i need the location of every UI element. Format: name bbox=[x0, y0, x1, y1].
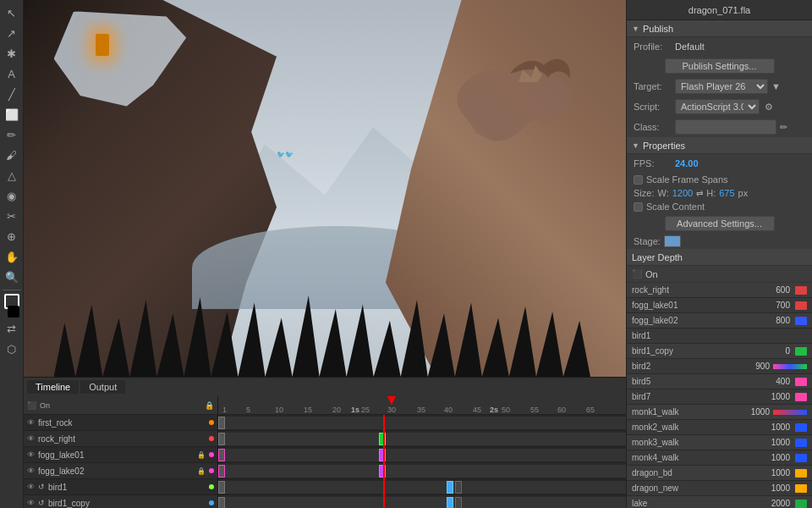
ld-color-dot bbox=[795, 439, 807, 447]
tool-fill-color[interactable] bbox=[8, 306, 19, 318]
tool-text[interactable]: A bbox=[3, 64, 21, 83]
keyframe-rock-right-start[interactable] bbox=[218, 433, 225, 445]
layer-color-rock-right bbox=[209, 436, 214, 441]
layer-visibility-icon[interactable]: 👁 bbox=[27, 483, 35, 491]
frame-mark-5: 5 bbox=[246, 406, 250, 414]
ld-name: dragon_new bbox=[632, 483, 754, 493]
tool-ink[interactable]: △ bbox=[3, 166, 21, 185]
tool-free-transform[interactable]: ✱ bbox=[3, 44, 21, 63]
frame-mark-20: 20 bbox=[332, 406, 341, 414]
layer-lock-fogg-lake02[interactable]: 🔒 bbox=[197, 467, 206, 475]
layer-name-fogg-lake02: fogg_lake02 bbox=[38, 467, 194, 476]
scale-content-label: Scale Content bbox=[646, 202, 705, 212]
keyframe-bird1-after[interactable] bbox=[455, 481, 462, 494]
keyframe-fogg-lake01-start[interactable] bbox=[218, 449, 225, 461]
tool-brush[interactable]: 🖌 bbox=[3, 146, 21, 164]
height-value[interactable]: 675 bbox=[719, 188, 734, 198]
frame-mark-60: 60 bbox=[557, 406, 566, 414]
ld-name: monk2_walk bbox=[632, 422, 754, 432]
ld-value: 1000 bbox=[758, 453, 790, 462]
layer-visibility-icon[interactable]: 👁 bbox=[27, 467, 35, 475]
ld-row-monk3-walk: monk3_walk 1000 bbox=[627, 435, 812, 450]
size-swap-icon[interactable]: ⇄ bbox=[696, 189, 703, 198]
layer-lock-fogg-lake01[interactable]: 🔒 bbox=[197, 451, 206, 459]
layer-color-fogg-lake02 bbox=[209, 468, 214, 473]
frame-row-first-rock bbox=[218, 415, 626, 431]
script-select[interactable]: ActionScript 3.0 bbox=[675, 99, 760, 114]
target-select[interactable]: Flash Player 26 bbox=[675, 79, 768, 94]
ld-row-monk1-walk: monk1_walk 1000 bbox=[627, 405, 812, 420]
tool-eraser[interactable]: ⊕ bbox=[3, 227, 21, 246]
ld-name: rock_right bbox=[632, 285, 754, 295]
tool-pencil[interactable]: ✏ bbox=[3, 125, 21, 144]
layer-visibility-icon[interactable]: 👁 bbox=[27, 450, 35, 459]
tool-swap[interactable]: ⇄ bbox=[3, 319, 21, 338]
fps-value[interactable]: 24.00 bbox=[675, 158, 699, 168]
ld-color-dot bbox=[795, 378, 807, 386]
keyframe-rock-right-mid[interactable] bbox=[379, 433, 386, 445]
ld-color-dot bbox=[795, 286, 807, 295]
tool-subselect[interactable]: ↗ bbox=[3, 24, 21, 42]
tool-zoom[interactable]: 🔍 bbox=[3, 268, 21, 286]
layer-row: 👁 first_rock bbox=[24, 415, 217, 431]
frame-mark-2s: 2s bbox=[490, 406, 498, 414]
layer-depth-panel: Layer Depth ⬛ On rock_right 600 fogg_lak… bbox=[627, 249, 812, 508]
ld-toggle-label[interactable]: On bbox=[645, 269, 658, 279]
class-edit-icon[interactable]: ✏ bbox=[780, 122, 787, 133]
frame-block-fogg-lake01 bbox=[218, 449, 626, 461]
tool-line[interactable]: ╱ bbox=[3, 85, 21, 103]
advanced-settings-btn[interactable]: Advanced Settings... bbox=[665, 216, 775, 231]
frame-mark-1: 1 bbox=[222, 406, 227, 414]
stage-color-swatch[interactable] bbox=[664, 235, 681, 247]
layer-color-first-rock bbox=[209, 420, 214, 425]
keyframe-first-rock[interactable] bbox=[218, 417, 225, 429]
layer-row: 👁 fogg_lake01 🔒 bbox=[24, 447, 217, 463]
tab-output[interactable]: Output bbox=[80, 380, 125, 394]
keyframe-fogg-lake01-mid[interactable] bbox=[379, 449, 386, 461]
ld-color-dot bbox=[795, 393, 807, 401]
layer-visibility-icon[interactable]: 👁 bbox=[27, 499, 35, 507]
tool-select[interactable]: ↖ bbox=[3, 3, 21, 22]
layer-name-fogg-lake01: fogg_lake01 bbox=[38, 450, 194, 460]
width-value[interactable]: 1200 bbox=[672, 188, 693, 198]
tool-paint-bucket[interactable]: ◉ bbox=[3, 186, 21, 205]
lantern bbox=[96, 34, 109, 56]
left-toolbar: ↖ ↗ ✱ A ╱ ⬜ ✏ 🖌 △ ◉ ✂ ⊕ ✋ 🔍 ⇄ ⬡ bbox=[0, 0, 24, 508]
properties-body: FPS: 24.00 Scale Frame Spans Size: W: 12… bbox=[627, 154, 812, 249]
scene: 🐦🐦 bbox=[24, 0, 626, 377]
publish-settings-btn[interactable]: Publish Settings... bbox=[665, 58, 775, 74]
tool-eyedropper[interactable]: ✂ bbox=[3, 207, 21, 225]
profile-value: Default bbox=[675, 41, 705, 52]
layer-visibility-icon[interactable]: 👁 bbox=[27, 434, 35, 443]
class-input[interactable] bbox=[675, 119, 776, 135]
ld-name: lake bbox=[632, 499, 754, 508]
properties-label: Properties bbox=[643, 141, 685, 151]
scale-frame-spans-checkbox[interactable] bbox=[634, 175, 643, 185]
tool-rectangle[interactable]: ⬜ bbox=[3, 105, 21, 124]
timeline-content: ⬛ On 🔒 👁 first_rock 👁 rock_right bbox=[24, 396, 626, 508]
keyframe-fogg-lake02-start[interactable] bbox=[218, 465, 225, 478]
frame-rows bbox=[218, 415, 626, 508]
publish-section-header[interactable]: ▼ Publish bbox=[627, 20, 812, 37]
tool-snap[interactable]: ⬡ bbox=[3, 340, 21, 358]
script-settings-icon[interactable]: ⚙ bbox=[765, 102, 773, 113]
keyframe-bird1-start[interactable] bbox=[218, 481, 225, 494]
layer-motion-icon: ↺ bbox=[38, 499, 45, 507]
keyframe-bird1-end[interactable] bbox=[447, 481, 453, 494]
keyframe-bird1-copy-end[interactable] bbox=[447, 497, 453, 508]
frame-block-fogg-lake02 bbox=[218, 465, 626, 478]
ld-toggle-row: ⬛ On bbox=[627, 266, 812, 283]
ld-rows: rock_right 600 fogg_lake01 700 fogg_lake… bbox=[627, 283, 812, 508]
keyframe-fogg-lake02-mid[interactable] bbox=[379, 465, 386, 478]
frame-mark-10: 10 bbox=[275, 406, 283, 414]
keyframe-bird1-copy-after[interactable] bbox=[455, 497, 462, 508]
keyframe-bird1-copy-start[interactable] bbox=[218, 497, 225, 508]
tab-timeline[interactable]: Timeline bbox=[27, 380, 79, 394]
scale-content-checkbox[interactable] bbox=[634, 202, 643, 212]
script-row: Script: ActionScript 3.0 ⚙ bbox=[627, 97, 812, 117]
ld-row-lake: lake 2000 bbox=[627, 496, 812, 508]
layer-visibility-icon[interactable]: 👁 bbox=[27, 418, 35, 427]
tool-hand[interactable]: ✋ bbox=[3, 247, 21, 266]
ld-value: 1000 bbox=[758, 392, 790, 401]
properties-section-header[interactable]: ▼ Properties bbox=[627, 137, 812, 154]
